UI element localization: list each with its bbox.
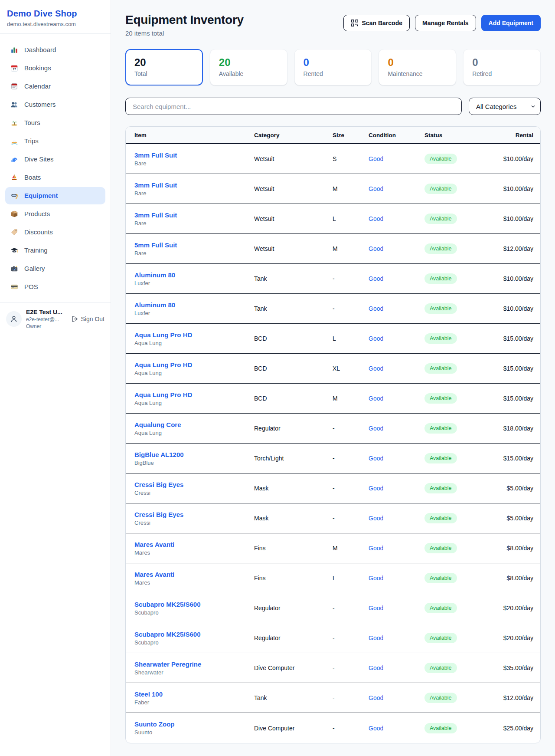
item-name-link[interactable]: Aqua Lung Pro HD (134, 361, 254, 368)
condition-link[interactable]: Good (369, 664, 424, 671)
item-name-link[interactable]: Cressi Big Eyes (134, 511, 254, 518)
status-badge: Available (424, 723, 457, 733)
item-name-link[interactable]: 5mm Full Suit (134, 241, 254, 249)
status-badge: Available (424, 363, 457, 374)
sidebar-item-training[interactable]: Training (5, 242, 105, 259)
user-role: Owner (26, 323, 66, 329)
condition-link[interactable]: Good (369, 365, 424, 372)
condition-link[interactable]: Good (369, 155, 424, 162)
column-header-item: Item (134, 132, 254, 138)
condition-link[interactable]: Good (369, 275, 424, 282)
table-row: 3mm Full SuitBareWetsuitMGoodAvailable$1… (126, 174, 540, 204)
barcode-scan-icon (351, 19, 359, 27)
item-name-link[interactable]: Cressi Big Eyes (134, 481, 254, 488)
header-actions: Scan Barcode Manage Rentals Add Equipmen… (343, 13, 541, 31)
item-cell: 5mm Full SuitBare (134, 241, 254, 256)
add-equipment-button[interactable]: Add Equipment (481, 15, 541, 31)
column-header-status: Status (424, 132, 490, 138)
condition-link[interactable]: Good (369, 605, 424, 611)
status-cell: Available (424, 154, 490, 164)
condition-link[interactable]: Good (369, 215, 424, 222)
item-name-link[interactable]: Steel 100 (134, 690, 254, 698)
condition-link[interactable]: Good (369, 725, 424, 732)
item-name-link[interactable]: Aluminum 80 (134, 301, 254, 309)
condition-link[interactable]: Good (369, 425, 424, 432)
sidebar-item-discounts[interactable]: Discounts (5, 224, 105, 241)
status-cell: Available (424, 273, 490, 284)
brand-name[interactable]: Demo Dive Shop (7, 9, 104, 19)
dashboard-icon (10, 46, 18, 54)
sidebar-item-dashboard[interactable]: Dashboard (5, 41, 105, 59)
condition-link[interactable]: Good (369, 335, 424, 342)
manage-rentals-button[interactable]: Manage Rentals (415, 15, 476, 31)
sidebar-item-equipment[interactable]: Equipment (5, 187, 105, 204)
item-name-link[interactable]: Scubapro MK25/S600 (134, 601, 254, 608)
search-input[interactable] (125, 98, 462, 115)
item-name-link[interactable]: Mares Avanti (134, 571, 254, 578)
condition-link[interactable]: Good (369, 575, 424, 582)
stat-card-retired[interactable]: 0Retired (463, 49, 541, 85)
item-name-link[interactable]: BigBlue AL1200 (134, 451, 254, 458)
condition-link[interactable]: Good (369, 305, 424, 312)
item-cell: 3mm Full SuitBare (134, 151, 254, 167)
condition-link[interactable]: Good (369, 395, 424, 402)
item-name-link[interactable]: Aqua Lung Pro HD (134, 331, 254, 339)
item-brand: Bare (134, 190, 254, 197)
condition-link[interactable]: Good (369, 485, 424, 492)
item-name-link[interactable]: Aqua Lung Pro HD (134, 391, 254, 398)
item-name-link[interactable]: 3mm Full Suit (134, 181, 254, 189)
column-header-condition: Condition (369, 132, 424, 138)
products-icon (10, 210, 18, 218)
stat-card-total[interactable]: 20Total (125, 49, 203, 85)
status-badge: Available (424, 483, 457, 493)
sidebar-item-boats[interactable]: Boats (5, 169, 105, 186)
item-name-link[interactable]: 3mm Full Suit (134, 211, 254, 219)
sign-out-button[interactable]: Sign Out (71, 315, 104, 323)
sidebar-item-customers[interactable]: Customers (5, 96, 105, 113)
status-cell: Available (424, 184, 490, 194)
gallery-icon (10, 265, 18, 273)
sidebar-item-label: Equipment (24, 191, 58, 200)
item-name-link[interactable]: Aqualung Core (134, 421, 254, 428)
stat-label: Retired (472, 70, 532, 77)
sidebar-item-dive-sites[interactable]: Dive Sites (5, 151, 105, 168)
condition-link[interactable]: Good (369, 515, 424, 522)
item-name-link[interactable]: Scubapro MK25/S600 (134, 631, 254, 638)
category-select[interactable]: All Categories (469, 98, 541, 115)
stat-card-available[interactable]: 20Available (210, 49, 287, 85)
sidebar-item-tours[interactable]: Tours (5, 114, 105, 131)
condition-link[interactable]: Good (369, 694, 424, 701)
stat-card-rented[interactable]: 0Rented (294, 49, 372, 85)
condition-link[interactable]: Good (369, 634, 424, 641)
item-name-link[interactable]: Aluminum 80 (134, 271, 254, 279)
sidebar-item-calendar[interactable]: Calendar (5, 78, 105, 95)
sidebar-item-bookings[interactable]: 17Bookings (5, 59, 105, 77)
item-name-link[interactable]: Shearwater Peregrine (134, 661, 254, 668)
table-row: Cressi Big EyesCressiMask-GoodAvailable$… (126, 473, 540, 503)
condition-link[interactable]: Good (369, 545, 424, 552)
status-cell: Available (424, 693, 490, 703)
status-badge: Available (424, 214, 457, 224)
category-cell: Mask (254, 515, 333, 522)
sidebar-item-pos[interactable]: POS (5, 278, 105, 296)
size-cell: M (333, 545, 369, 552)
sidebar-item-products[interactable]: Products (5, 205, 105, 223)
size-cell: - (333, 605, 369, 611)
rental-cell: $35.00/day (490, 664, 533, 671)
item-cell: Mares AvantiMares (134, 571, 254, 586)
svg-text:17: 17 (13, 68, 16, 71)
sidebar-item-trips[interactable]: Trips (5, 132, 105, 150)
table-row: 3mm Full SuitBareWetsuitLGoodAvailable$1… (126, 204, 540, 234)
item-name-link[interactable]: 3mm Full Suit (134, 151, 254, 159)
item-name-link[interactable]: Mares Avanti (134, 541, 254, 548)
item-name-link[interactable]: Suunto Zoop (134, 720, 254, 728)
condition-link[interactable]: Good (369, 245, 424, 252)
sidebar-item-gallery[interactable]: Gallery (5, 260, 105, 277)
condition-link[interactable]: Good (369, 455, 424, 462)
item-brand: Mares (134, 579, 254, 586)
size-cell: S (333, 155, 369, 162)
stat-card-maintenance[interactable]: 0Maintenance (379, 49, 456, 85)
category-cell: Tank (254, 305, 333, 312)
condition-link[interactable]: Good (369, 185, 424, 192)
scan-barcode-button[interactable]: Scan Barcode (343, 15, 410, 31)
